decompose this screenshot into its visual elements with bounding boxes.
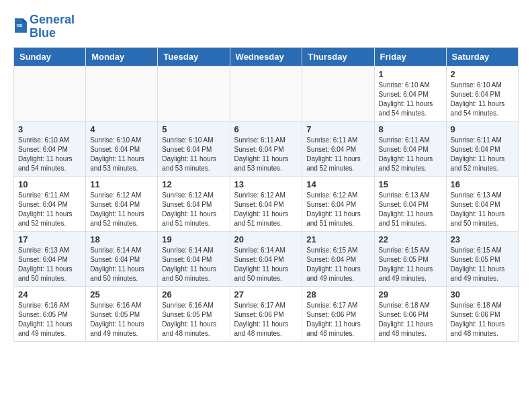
calendar-cell: 8Sunrise: 6:11 AM Sunset: 6:04 PM Daylig… (374, 121, 446, 176)
day-info: Sunrise: 6:11 AM Sunset: 6:04 PM Dayligh… (451, 136, 514, 173)
day-info: Sunrise: 6:10 AM Sunset: 6:04 PM Dayligh… (451, 81, 514, 118)
calendar-cell: 3Sunrise: 6:10 AM Sunset: 6:04 PM Daylig… (14, 121, 86, 176)
day-info: Sunrise: 6:11 AM Sunset: 6:04 PM Dayligh… (234, 136, 298, 173)
day-number: 29 (379, 289, 442, 300)
day-number: 11 (90, 179, 153, 189)
calendar: SundayMondayTuesdayWednesdayThursdayFrid… (13, 47, 519, 342)
calendar-cell: 1Sunrise: 6:10 AM Sunset: 6:04 PM Daylig… (374, 66, 446, 121)
day-info: Sunrise: 6:15 AM Sunset: 6:04 PM Dayligh… (306, 246, 369, 283)
logo-text: General Blue (30, 13, 75, 40)
day-number: 5 (162, 124, 225, 134)
day-number: 8 (379, 124, 442, 134)
day-info: Sunrise: 6:18 AM Sunset: 6:06 PM Dayligh… (451, 301, 514, 338)
calendar-cell (14, 66, 86, 121)
day-info: Sunrise: 6:15 AM Sunset: 6:05 PM Dayligh… (379, 246, 442, 283)
calendar-cell: 27Sunrise: 6:17 AM Sunset: 6:06 PM Dayli… (230, 286, 302, 341)
day-number: 9 (451, 124, 514, 134)
day-info: Sunrise: 6:17 AM Sunset: 6:06 PM Dayligh… (306, 301, 369, 338)
day-info: Sunrise: 6:17 AM Sunset: 6:06 PM Dayligh… (234, 301, 298, 338)
calendar-header-tuesday: Tuesday (158, 47, 230, 66)
day-info: Sunrise: 6:11 AM Sunset: 6:04 PM Dayligh… (379, 136, 442, 173)
calendar-cell: 10Sunrise: 6:11 AM Sunset: 6:04 PM Dayli… (14, 176, 86, 231)
calendar-cell: 17Sunrise: 6:13 AM Sunset: 6:04 PM Dayli… (14, 231, 86, 286)
calendar-cell (230, 66, 302, 121)
calendar-cell: 22Sunrise: 6:15 AM Sunset: 6:05 PM Dayli… (374, 231, 446, 286)
calendar-cell: 14Sunrise: 6:12 AM Sunset: 6:04 PM Dayli… (302, 176, 374, 231)
day-info: Sunrise: 6:10 AM Sunset: 6:04 PM Dayligh… (162, 136, 225, 173)
calendar-header-wednesday: Wednesday (230, 47, 302, 66)
day-number: 10 (18, 179, 81, 189)
svg-marker-1 (23, 18, 27, 22)
day-number: 30 (451, 289, 514, 300)
calendar-header-saturday: Saturday (446, 47, 518, 66)
day-number: 22 (379, 234, 442, 244)
day-info: Sunrise: 6:12 AM Sunset: 6:04 PM Dayligh… (306, 191, 369, 228)
calendar-cell: 7Sunrise: 6:11 AM Sunset: 6:04 PM Daylig… (302, 121, 374, 176)
calendar-cell (158, 66, 230, 121)
day-info: Sunrise: 6:16 AM Sunset: 6:05 PM Dayligh… (18, 301, 81, 338)
day-number: 25 (90, 289, 153, 300)
calendar-cell: 28Sunrise: 6:17 AM Sunset: 6:06 PM Dayli… (302, 286, 374, 341)
calendar-cell (86, 66, 158, 121)
calendar-cell: 2Sunrise: 6:10 AM Sunset: 6:04 PM Daylig… (446, 66, 518, 121)
day-number: 28 (306, 289, 369, 300)
day-info: Sunrise: 6:11 AM Sunset: 6:04 PM Dayligh… (18, 191, 81, 228)
day-number: 24 (18, 289, 81, 300)
day-number: 13 (234, 179, 298, 189)
day-number: 7 (306, 124, 369, 134)
day-info: Sunrise: 6:15 AM Sunset: 6:05 PM Dayligh… (451, 246, 514, 283)
calendar-cell: 23Sunrise: 6:15 AM Sunset: 6:05 PM Dayli… (446, 231, 518, 286)
day-info: Sunrise: 6:14 AM Sunset: 6:04 PM Dayligh… (162, 246, 225, 283)
calendar-header-friday: Friday (374, 47, 446, 66)
calendar-cell: 11Sunrise: 6:12 AM Sunset: 6:04 PM Dayli… (86, 176, 158, 231)
day-info: Sunrise: 6:10 AM Sunset: 6:04 PM Dayligh… (18, 136, 81, 173)
day-number: 6 (234, 124, 298, 134)
calendar-cell: 26Sunrise: 6:16 AM Sunset: 6:05 PM Dayli… (158, 286, 230, 341)
calendar-cell: 20Sunrise: 6:14 AM Sunset: 6:04 PM Dayli… (230, 231, 302, 286)
logo: GB General Blue (13, 13, 75, 40)
calendar-cell: 12Sunrise: 6:12 AM Sunset: 6:04 PM Dayli… (158, 176, 230, 231)
day-info: Sunrise: 6:12 AM Sunset: 6:04 PM Dayligh… (90, 191, 153, 228)
day-number: 2 (451, 69, 514, 79)
day-number: 21 (306, 234, 369, 244)
day-number: 4 (90, 124, 153, 134)
day-info: Sunrise: 6:10 AM Sunset: 6:04 PM Dayligh… (379, 81, 442, 118)
day-number: 26 (162, 289, 225, 300)
day-number: 16 (451, 179, 514, 189)
calendar-header-sunday: Sunday (14, 47, 86, 66)
day-info: Sunrise: 6:16 AM Sunset: 6:05 PM Dayligh… (90, 301, 153, 338)
calendar-cell: 16Sunrise: 6:13 AM Sunset: 6:04 PM Dayli… (446, 176, 518, 231)
calendar-cell: 15Sunrise: 6:13 AM Sunset: 6:04 PM Dayli… (374, 176, 446, 231)
calendar-cell: 25Sunrise: 6:16 AM Sunset: 6:05 PM Dayli… (86, 286, 158, 341)
calendar-cell: 6Sunrise: 6:11 AM Sunset: 6:04 PM Daylig… (230, 121, 302, 176)
calendar-header-thursday: Thursday (302, 47, 374, 66)
day-number: 3 (18, 124, 81, 134)
calendar-cell (302, 66, 374, 121)
day-info: Sunrise: 6:13 AM Sunset: 6:04 PM Dayligh… (18, 246, 81, 283)
day-info: Sunrise: 6:13 AM Sunset: 6:04 PM Dayligh… (379, 191, 442, 228)
calendar-cell: 24Sunrise: 6:16 AM Sunset: 6:05 PM Dayli… (14, 286, 86, 341)
day-info: Sunrise: 6:14 AM Sunset: 6:04 PM Dayligh… (234, 246, 298, 283)
day-number: 14 (306, 179, 369, 189)
day-info: Sunrise: 6:12 AM Sunset: 6:04 PM Dayligh… (162, 191, 225, 228)
day-info: Sunrise: 6:12 AM Sunset: 6:04 PM Dayligh… (234, 191, 298, 228)
day-info: Sunrise: 6:18 AM Sunset: 6:06 PM Dayligh… (379, 301, 442, 338)
day-info: Sunrise: 6:16 AM Sunset: 6:05 PM Dayligh… (162, 301, 225, 338)
day-number: 18 (90, 234, 153, 244)
day-number: 19 (162, 234, 225, 244)
day-info: Sunrise: 6:11 AM Sunset: 6:04 PM Dayligh… (306, 136, 369, 173)
day-number: 12 (162, 179, 225, 189)
day-info: Sunrise: 6:13 AM Sunset: 6:04 PM Dayligh… (451, 191, 514, 228)
day-info: Sunrise: 6:14 AM Sunset: 6:04 PM Dayligh… (90, 246, 153, 283)
calendar-cell: 19Sunrise: 6:14 AM Sunset: 6:04 PM Dayli… (158, 231, 230, 286)
day-number: 23 (451, 234, 514, 244)
calendar-cell: 30Sunrise: 6:18 AM Sunset: 6:06 PM Dayli… (446, 286, 518, 341)
calendar-header-monday: Monday (86, 47, 158, 66)
calendar-cell: 9Sunrise: 6:11 AM Sunset: 6:04 PM Daylig… (446, 121, 518, 176)
svg-text:GB: GB (16, 24, 23, 28)
calendar-cell: 4Sunrise: 6:10 AM Sunset: 6:04 PM Daylig… (86, 121, 158, 176)
day-number: 17 (18, 234, 81, 244)
calendar-cell: 29Sunrise: 6:18 AM Sunset: 6:06 PM Dayli… (374, 286, 446, 341)
day-number: 27 (234, 289, 298, 300)
calendar-cell: 13Sunrise: 6:12 AM Sunset: 6:04 PM Dayli… (230, 176, 302, 231)
